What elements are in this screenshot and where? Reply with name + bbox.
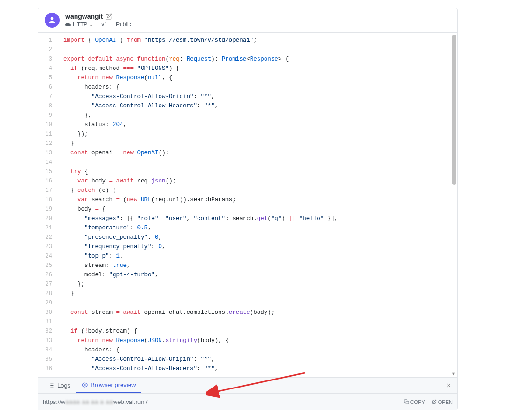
cloud-icon — [65, 22, 71, 27]
code-line[interactable]: }; — [63, 280, 457, 289]
line-number: 5 — [38, 73, 59, 83]
line-number: 36 — [38, 364, 59, 373]
svg-rect-7 — [406, 401, 409, 404]
code-line[interactable]: "messages": [{ "role": "user", "content"… — [63, 214, 457, 223]
line-number: 1 — [38, 36, 59, 45]
code-line[interactable]: try { — [63, 167, 457, 176]
avatar[interactable] — [45, 13, 60, 28]
line-number: 21 — [38, 223, 59, 233]
code-line[interactable]: } — [63, 289, 457, 298]
line-number: 20 — [38, 214, 59, 223]
line-number: 4 — [38, 64, 59, 73]
code-content[interactable]: import { OpenAI } from "https://esm.town… — [59, 33, 457, 377]
code-line[interactable]: return new Response(JSON.stringify(body)… — [63, 336, 457, 345]
code-line[interactable]: }, — [63, 111, 457, 120]
line-number: 6 — [38, 83, 59, 92]
line-number: 8 — [38, 101, 59, 111]
code-line[interactable]: "Access-Control-Allow-Headers": "*", — [63, 101, 457, 111]
code-line[interactable]: "Access-Control-Allow-Headers": "*", — [63, 364, 457, 373]
scroll-down-icon[interactable]: ▼ — [451, 372, 456, 376]
line-number: 34 — [38, 345, 59, 355]
code-line[interactable] — [63, 158, 457, 167]
code-line[interactable]: return new Response(null, { — [63, 73, 457, 83]
line-number: 11 — [38, 129, 59, 139]
copy-label: COPY — [410, 399, 425, 405]
open-button[interactable]: OPEN — [432, 399, 453, 405]
line-gutter: 1234567891011121314151617181920212223242… — [38, 33, 59, 377]
bottom-tabs: Logs Browser preview × — [38, 377, 457, 393]
url-display[interactable]: https://waaaa aa aa a aaweb.val.run / — [43, 398, 404, 405]
code-line[interactable]: } — [63, 139, 457, 148]
line-number: 16 — [38, 176, 59, 186]
code-line[interactable]: }); — [63, 129, 457, 139]
code-line[interactable]: model: "gpt-4-turbo", — [63, 270, 457, 280]
scrollbar[interactable]: ▲ ▼ — [451, 33, 457, 377]
code-line[interactable]: var search = (new URL(req.url)).searchPa… — [63, 195, 457, 205]
code-line[interactable]: "top_p": 1, — [63, 251, 457, 261]
code-line[interactable]: var body = await req.json(); — [63, 176, 457, 186]
code-line[interactable] — [63, 317, 457, 327]
url-prefix: https://w — [43, 398, 65, 405]
chevron-down-icon: ⌄ — [89, 22, 93, 27]
line-number: 30 — [38, 308, 59, 317]
code-line[interactable]: const stream = await openai.chat.complet… — [63, 308, 457, 317]
eye-icon — [82, 382, 88, 388]
code-line[interactable]: if (req.method === "OPTIONS") { — [63, 64, 457, 73]
edit-icon[interactable] — [106, 13, 112, 20]
line-number: 22 — [38, 233, 59, 242]
line-number: 7 — [38, 92, 59, 101]
code-line[interactable]: export default async function(req: Reque… — [63, 54, 457, 64]
code-line[interactable]: "temperature": 0.5, — [63, 223, 457, 233]
code-line[interactable]: "Access-Control-Allow-Origin": "*", — [63, 92, 457, 101]
code-line[interactable]: if (!body.stream) { — [63, 327, 457, 336]
username[interactable]: wangwangit — [65, 13, 103, 20]
code-editor[interactable]: 1234567891011121314151617181920212223242… — [38, 32, 457, 377]
code-line[interactable]: import { OpenAI } from "https://esm.town… — [63, 36, 457, 45]
external-link-icon — [432, 399, 437, 404]
list-icon — [48, 382, 54, 388]
code-line[interactable]: } catch (e) { — [63, 186, 457, 195]
scrollbar-thumb[interactable] — [452, 35, 456, 185]
tab-logs[interactable]: Logs — [43, 378, 76, 393]
line-number: 12 — [38, 139, 59, 148]
line-number: 32 — [38, 327, 59, 336]
line-number: 24 — [38, 251, 59, 261]
code-line[interactable]: "Access-Control-Allow-Origin": "*", — [63, 355, 457, 364]
type-badge[interactable]: HTTP ⌄ — [65, 21, 93, 28]
line-number: 10 — [38, 120, 59, 129]
code-line[interactable]: stream: true, — [63, 261, 457, 270]
line-number: 31 — [38, 317, 59, 327]
code-line[interactable]: "frequency_penalty": 0, — [63, 242, 457, 251]
line-number: 29 — [38, 298, 59, 308]
line-number: 18 — [38, 195, 59, 205]
tab-browser-preview[interactable]: Browser preview — [76, 378, 141, 393]
code-line[interactable]: body = { — [63, 205, 457, 214]
line-number: 2 — [38, 45, 59, 54]
code-line[interactable] — [63, 298, 457, 308]
line-number: 17 — [38, 186, 59, 195]
line-number: 9 — [38, 111, 59, 120]
code-line[interactable] — [63, 45, 457, 54]
close-icon[interactable]: × — [445, 380, 453, 392]
version-label[interactable]: v1 — [101, 21, 107, 28]
line-number: 13 — [38, 148, 59, 158]
copy-button[interactable]: COPY — [404, 399, 425, 405]
code-line[interactable]: headers: { — [63, 345, 457, 355]
code-line[interactable]: headers: { — [63, 83, 457, 92]
url-bar: https://waaaa aa aa a aaweb.val.run / CO… — [38, 393, 457, 410]
line-number: 23 — [38, 242, 59, 251]
svg-line-8 — [433, 400, 436, 402]
person-icon — [47, 15, 57, 25]
line-number: 15 — [38, 167, 59, 176]
code-line[interactable]: status: 204, — [63, 120, 457, 129]
visibility-label[interactable]: Public — [116, 21, 131, 28]
tab-logs-label: Logs — [57, 382, 70, 389]
line-number: 14 — [38, 158, 59, 167]
svg-point-6 — [84, 384, 85, 386]
url-suffix: web.val.run / — [113, 398, 148, 405]
url-blurred: aaaa aa aa a aa — [65, 398, 113, 405]
type-label: HTTP — [73, 21, 87, 28]
code-line[interactable]: "presence_penalty": 0, — [63, 233, 457, 242]
code-line[interactable]: const openai = new OpenAI(); — [63, 148, 457, 158]
line-number: 19 — [38, 205, 59, 214]
